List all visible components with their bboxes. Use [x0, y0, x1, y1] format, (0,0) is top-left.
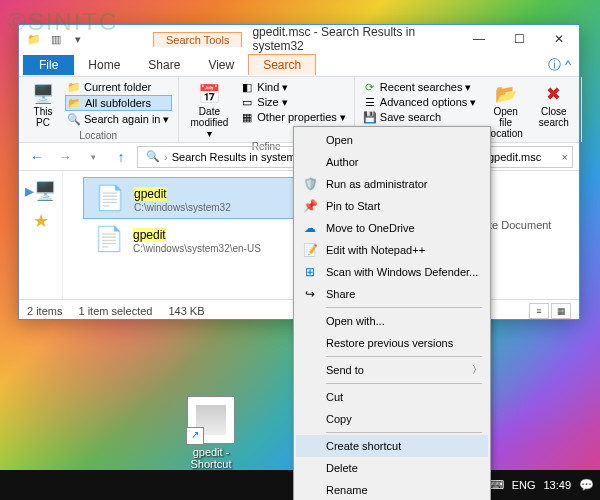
file-path: C:\windows\system32 [134, 202, 231, 213]
tray-language[interactable]: ENG [512, 479, 536, 491]
ctx-separator [326, 432, 482, 433]
date-modified-button[interactable]: 📅 Date modified ▾ [185, 80, 235, 141]
advanced-icon: ☰ [363, 95, 377, 109]
recent-icon: ⟳ [363, 80, 377, 94]
share-tab[interactable]: Share [134, 55, 194, 75]
size-button[interactable]: ▭Size ▾ [238, 95, 348, 109]
defender-icon: ⊞ [300, 264, 320, 280]
advanced-options-button[interactable]: ☰Advanced options ▾ [361, 95, 479, 109]
shield-icon: 🛡️ [300, 176, 320, 192]
close-icon: ✖ [542, 82, 566, 106]
file-name: gpedit [134, 187, 167, 201]
calendar-icon: 📅 [197, 82, 221, 106]
clear-search-button[interactable]: × [562, 151, 568, 163]
folder-icon: 📁 [67, 80, 81, 94]
nav-pane[interactable]: ▸🖥️ ★ [19, 171, 63, 299]
search-results-icon: 🔍 [142, 150, 164, 163]
current-folder-button[interactable]: 📁Current folder [65, 80, 172, 94]
search-again-button[interactable]: 🔍Search again in ▾ [65, 112, 172, 126]
ctx-separator [326, 356, 482, 357]
nav-back-button[interactable]: ← [25, 145, 49, 169]
nav-history-button[interactable]: ▾ [81, 145, 105, 169]
ctx-delete[interactable]: Delete [296, 457, 488, 479]
search-icon: 🔍 [67, 112, 81, 126]
ctx-onedrive[interactable]: ☁Move to OneDrive [296, 217, 488, 239]
home-tab[interactable]: Home [74, 55, 134, 75]
item-count: 2 items [27, 305, 62, 317]
ribbon-help-icon[interactable]: ⓘ ^ [540, 56, 579, 74]
ctx-open[interactable]: Open [296, 129, 488, 151]
icons-view-button[interactable]: ▦ [551, 303, 571, 319]
onedrive-icon: ☁ [300, 220, 320, 236]
view-tab[interactable]: View [194, 55, 248, 75]
ctx-pin-start[interactable]: 📌Pin to Start [296, 195, 488, 217]
ctx-share[interactable]: ↪Share [296, 283, 488, 305]
shortcut-label: gpedit - Shortcut [175, 446, 247, 470]
nav-desktop-icon[interactable]: ▸🖥️ [23, 177, 59, 205]
selected-size: 143 KB [168, 305, 204, 317]
ctx-separator [326, 383, 482, 384]
notepadpp-icon: 📝 [300, 242, 320, 258]
subfolders-icon: 📂 [68, 96, 82, 110]
share-icon: ↪ [300, 286, 320, 302]
window-title: gpedit.msc - Search Results in system32 [242, 25, 459, 53]
maximize-button[interactable]: ☐ [499, 25, 539, 53]
close-search-button[interactable]: ✖ Close search [533, 80, 575, 130]
other-properties-button[interactable]: ▦Other properties ▾ [238, 110, 348, 124]
save-search-button[interactable]: 💾Save search [361, 110, 479, 124]
pc-icon: 🖥️ [31, 82, 55, 106]
nav-forward-button[interactable]: → [53, 145, 77, 169]
all-subfolders-button[interactable]: 📂All subfolders [65, 95, 172, 111]
close-button[interactable]: ✕ [539, 25, 579, 53]
ctx-create-shortcut[interactable]: Create shortcut [296, 435, 488, 457]
search-value: gpedit.msc [488, 151, 541, 163]
chevron-right-icon: 〉 [472, 363, 482, 377]
ctx-cut[interactable]: Cut [296, 386, 488, 408]
ctx-separator [326, 307, 482, 308]
this-pc-button[interactable]: 🖥️ This PC [25, 80, 61, 130]
search-tab[interactable]: Search [248, 54, 316, 75]
size-icon: ▭ [240, 95, 254, 109]
kind-icon: ◧ [240, 80, 254, 94]
ctx-rename[interactable]: Rename [296, 479, 488, 500]
ctx-author[interactable]: Author [296, 151, 488, 173]
selected-count: 1 item selected [78, 305, 152, 317]
ribbon-group-location: 🖥️ This PC 📁Current folder 📂All subfolde… [19, 77, 179, 142]
shortcut-icon [187, 396, 235, 444]
tray-clock[interactable]: 13:49 [543, 479, 571, 491]
msc-file-icon: 📄 [91, 223, 127, 255]
kind-button[interactable]: ◧Kind ▾ [238, 80, 348, 94]
file-tab[interactable]: File [23, 55, 74, 75]
open-location-icon: 📂 [494, 82, 518, 106]
pin-icon: 📌 [300, 198, 320, 214]
file-path: C:\windows\system32\en-US [133, 243, 261, 254]
ctx-restore[interactable]: Restore previous versions [296, 332, 488, 354]
props-icon: ▦ [240, 110, 254, 124]
msc-file-icon: 📄 [92, 182, 128, 214]
desktop-shortcut-gpedit[interactable]: gpedit - Shortcut [175, 396, 247, 470]
search-box[interactable]: gpedit.msc × [483, 146, 573, 168]
ctx-run-admin[interactable]: 🛡️Run as administrator [296, 173, 488, 195]
save-icon: 💾 [363, 110, 377, 124]
nav-up-button[interactable]: ↑ [109, 145, 133, 169]
ctx-open-with[interactable]: Open with... [296, 310, 488, 332]
file-name: gpedit [133, 228, 166, 242]
ctx-notepadpp[interactable]: 📝Edit with Notepad++ [296, 239, 488, 261]
tray-notifications-icon[interactable]: 💬 [579, 478, 594, 492]
breadcrumb-segment[interactable]: Search Results in system32 [168, 151, 312, 163]
recent-searches-button[interactable]: ⟳Recent searches ▾ [361, 80, 479, 94]
context-menu: Open Author 🛡️Run as administrator 📌Pin … [293, 126, 491, 500]
ribbon-tabs: File Home Share View Search ⓘ ^ [19, 53, 579, 77]
details-view-button[interactable]: ≡ [529, 303, 549, 319]
ctx-defender[interactable]: ⊞Scan with Windows Defender... [296, 261, 488, 283]
minimize-button[interactable]: — [459, 25, 499, 53]
ctx-copy[interactable]: Copy [296, 408, 488, 430]
watermark: ©SINITC [8, 8, 118, 36]
nav-quickaccess-icon[interactable]: ★ [23, 207, 59, 235]
search-tools-context-tab: Search Tools [153, 32, 242, 47]
ctx-send-to[interactable]: Send to〉 [296, 359, 488, 381]
